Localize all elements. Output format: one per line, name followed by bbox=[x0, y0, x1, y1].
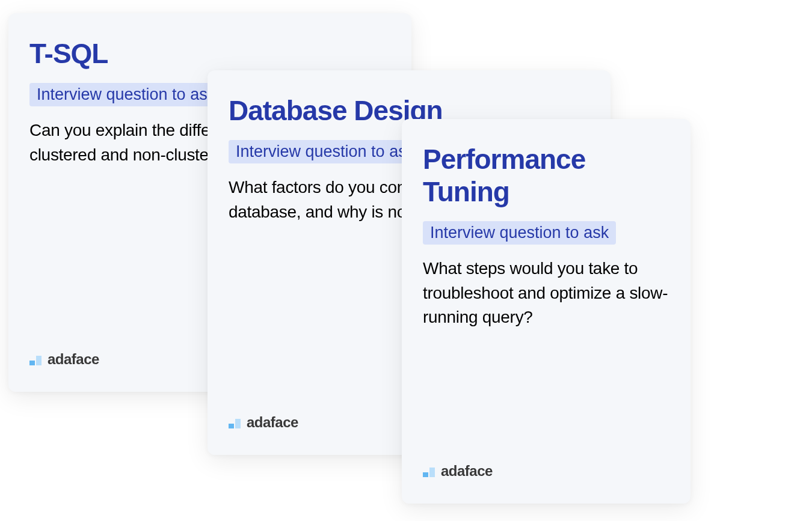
card-badge: Interview question to ask bbox=[29, 83, 223, 106]
card-title: Performance Tuning bbox=[423, 143, 669, 208]
brand-icon bbox=[229, 416, 242, 428]
brand-logo: adaface bbox=[229, 414, 298, 431]
card-badge: Interview question to ask bbox=[229, 140, 422, 163]
brand-logo: adaface bbox=[29, 351, 99, 368]
card-question: What steps would you take to troubleshoo… bbox=[423, 257, 669, 330]
brand-icon bbox=[29, 353, 43, 365]
brand-name: adaface bbox=[48, 351, 99, 368]
brand-name: adaface bbox=[247, 414, 298, 431]
brand-icon bbox=[423, 465, 436, 477]
card-title: T-SQL bbox=[29, 37, 390, 70]
brand-name: adaface bbox=[441, 463, 493, 480]
card-badge: Interview question to ask bbox=[423, 221, 616, 245]
interview-card-performance-tuning: Performance Tuning Interview question to… bbox=[402, 119, 691, 504]
brand-logo: adaface bbox=[423, 463, 493, 480]
